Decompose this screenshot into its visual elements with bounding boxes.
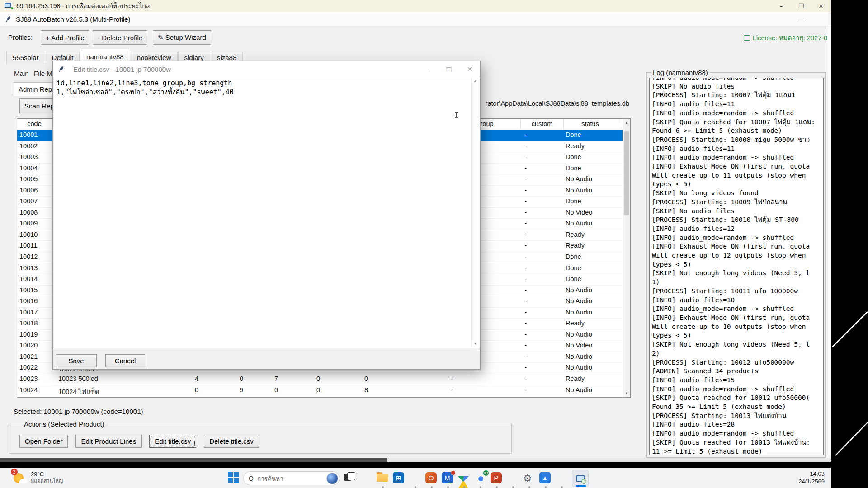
header-code[interactable]: code	[17, 120, 52, 127]
weather-widget[interactable]: 2 29°C มีแดดส่วนใหญ่	[13, 470, 63, 485]
cell-custom: -	[517, 319, 535, 327]
edge-button[interactable]	[409, 472, 421, 484]
action-button[interactable]: Delete title.csv	[204, 435, 259, 448]
delete-profile-button[interactable]: - Delete Profile	[93, 30, 147, 45]
header-custom[interactable]: custom	[523, 120, 561, 127]
cell-code: 10010	[19, 231, 51, 238]
cell-status: No Audio	[566, 364, 623, 371]
blue-app-button[interactable]	[507, 472, 519, 484]
editor-vertical-scrollbar[interactable]: ▲ ▼	[471, 77, 479, 347]
microsoft-store-button[interactable]: ⊞	[393, 472, 405, 484]
cell-code: 10016	[19, 297, 51, 305]
file-explorer-button[interactable]	[377, 472, 389, 484]
task-view-button[interactable]	[344, 472, 356, 484]
cell-num-4: 0	[305, 386, 332, 394]
horizontal-scrollbar[interactable]	[0, 458, 831, 462]
editor-scroll-up-icon[interactable]: ▲	[472, 77, 479, 85]
table-vertical-scrollbar[interactable]: ▲ ▼	[623, 119, 630, 397]
cell-status: No Audio	[566, 297, 623, 305]
log-line: [INFO] Exhaust Mode ON (first run, quota	[652, 162, 823, 171]
log-line: [ADMIN] Scanned 34 products	[652, 367, 823, 376]
csv-editor[interactable]: id,line1,line2,line3,tone_group,bg_stren…	[54, 77, 480, 348]
log-line: [SKIP] No long videos found	[652, 189, 823, 198]
settings-button[interactable]: ⚙	[523, 472, 535, 484]
office-icon: O	[425, 472, 437, 483]
search-box[interactable]: Q การค้นหา	[243, 471, 340, 485]
cell-status: Done	[566, 153, 623, 160]
cell-num-2: 9	[228, 386, 255, 394]
text-cursor	[454, 111, 458, 119]
remote-desktop-taskbar-button[interactable]	[572, 470, 589, 487]
messenger-button[interactable]: M	[442, 472, 454, 484]
cell-name: 10024 ไฟแซ็ด	[58, 386, 171, 397]
cell-custom: -	[517, 197, 535, 205]
cell-status: Ready	[566, 231, 623, 238]
cell-code: 10009	[19, 220, 51, 227]
rdp-minimize-button[interactable]: –	[771, 0, 791, 12]
cell-custom: -	[517, 386, 535, 394]
start-button[interactable]	[228, 472, 239, 484]
editor-scroll-down-icon[interactable]: ▼	[472, 340, 479, 347]
cell-code: 10017	[19, 309, 51, 316]
log-line: 11 >= Limit 5 (exhaust mode)	[652, 447, 823, 455]
scroll-down-icon[interactable]: ▼	[623, 389, 630, 397]
table-row[interactable]: 10023 10023 500led 4 0 7 0 0 - - Ready	[17, 374, 623, 385]
cell-status: Done	[566, 253, 623, 260]
cell-custom: -	[517, 275, 535, 282]
edit-titlecsv-dialog: Edit title.csv - 10001 jp 700000w – □ ✕ …	[52, 61, 481, 370]
rdp-maximize-button[interactable]: ❐	[791, 0, 811, 12]
cell-custom: -	[517, 175, 535, 183]
chrome-profile-badge: SJ	[483, 470, 489, 476]
clock-date: 24/1/2569	[798, 478, 825, 486]
log-line: types < 5)	[652, 260, 823, 269]
google-drive-button[interactable]	[458, 472, 470, 484]
scrollbar-thumb[interactable]	[624, 131, 629, 215]
cell-custom: -	[517, 187, 535, 194]
log-line: [INFO] audio_mode=random -> shuffled	[652, 385, 823, 394]
setup-wizard-button[interactable]: ✎ Setup Wizard	[153, 30, 211, 45]
cell-code: 10018	[19, 319, 51, 327]
add-profile-button[interactable]: + Add Profile	[41, 30, 89, 45]
copilot-button[interactable]	[360, 472, 373, 484]
cell-status: No Audio	[566, 220, 623, 227]
profile-tab[interactable]: 555solar	[6, 52, 45, 64]
scroll-up-icon[interactable]: ▲	[623, 119, 630, 127]
dialog-maximize-button[interactable]: □	[439, 61, 459, 77]
save-button[interactable]: Save	[56, 354, 97, 367]
chrome-button[interactable]: SJ	[474, 472, 486, 484]
log-line: [INFO] audio_mode=random -> shuffled	[652, 109, 823, 118]
table-row[interactable]: 10024 10024 ไฟแซ็ด 0 9 0 0 8 - - No Audi…	[17, 385, 623, 397]
action-button[interactable]: Edit title.csv	[149, 435, 196, 448]
cell-custom: -	[517, 331, 535, 338]
app-a-button[interactable]: ▲	[539, 472, 552, 484]
powerpoint-button[interactable]: P	[491, 472, 503, 484]
taskbar-clock[interactable]: 14:03 24/1/2569	[798, 470, 825, 486]
remote-desktop-orb	[581, 479, 586, 484]
rdp-vertical-scrollbar[interactable]	[826, 26, 831, 462]
cancel-button[interactable]: Cancel	[105, 354, 145, 367]
action-button[interactable]: Open Folder	[19, 435, 68, 448]
archive-app-button[interactable]	[556, 472, 568, 484]
cell-status: No Audio	[566, 175, 623, 183]
weather-badge: 2	[11, 469, 18, 475]
app-minimize-button[interactable]: —	[796, 15, 809, 23]
rdp-title: 69.164.253.198 - การเชื่อมต่อเดสก์ท็อประ…	[16, 1, 150, 11]
dialog-close-button[interactable]: ✕	[459, 61, 480, 77]
log-line: [INFO] audio files=28	[652, 420, 823, 429]
log-line: [SKIP] Quota reached for 10007 ไฟตุ้ม 1แ…	[652, 118, 823, 127]
log-line: [PROCESS] Starting: 10009 ไฟปักสนาม	[652, 198, 823, 207]
cell-custom: -	[517, 309, 535, 316]
office-button[interactable]: O	[425, 472, 438, 484]
db-path: rator\AppData\Local\SJ88Data\sj88_templa…	[473, 100, 629, 107]
log-line: [SKIP] Quota reached for 10013 ไฟแต่งบ้า…	[652, 438, 823, 447]
tab-main[interactable]: Main	[10, 68, 33, 79]
horizontal-scrollbar-thumb[interactable]	[0, 458, 387, 462]
csv-line: 1,"ไฟโซล่าเซลล์","ตรงปก","สว่างทั้งคืน",…	[57, 88, 470, 97]
log-line: [INFO] audio_mode=random -> shuffled	[652, 153, 823, 162]
dialog-minimize-button[interactable]: –	[418, 61, 439, 77]
cell-custom: -	[517, 153, 535, 160]
action-button[interactable]: Edit Product Lines	[75, 435, 142, 448]
log-output[interactable]: [INFO] audio_mode=random -> shuffled[SKI…	[649, 78, 824, 455]
header-status[interactable]: status	[560, 120, 621, 127]
rdp-close-button[interactable]: ✕	[811, 0, 831, 12]
